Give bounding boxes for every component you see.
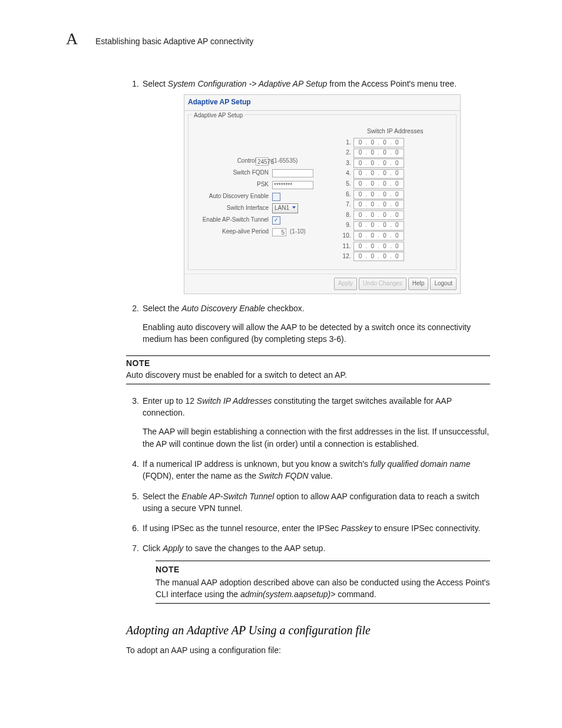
ip-row-number: 9. xyxy=(338,221,353,230)
step-5: 5.Select the Enable AP-Switch Tunnel opt… xyxy=(143,490,490,515)
label-switch-fqdn: Switch FQDN xyxy=(192,169,272,177)
select-switch-interface[interactable]: LAN1 xyxy=(272,203,298,213)
step-number: 1. xyxy=(126,78,143,90)
help-button[interactable]: Help xyxy=(408,278,429,290)
ip-row: 7.0.0.0.0 xyxy=(338,200,452,209)
ip-row: 6.0.0.0.0 xyxy=(338,190,452,199)
input-keep-alive[interactable]: 5 xyxy=(272,228,286,236)
ip-row: 11.0.0.0.0 xyxy=(338,242,452,251)
ip-row: 1.0.0.0.0 xyxy=(338,138,452,147)
label-auto-discovery: Auto Discovery Enable xyxy=(192,192,272,201)
ip-row-number: 8. xyxy=(338,211,353,220)
undo-button[interactable]: Undo Changes xyxy=(359,278,406,290)
ip-row: 3.0.0.0.0 xyxy=(338,159,452,168)
ip-row-number: 7. xyxy=(338,200,353,209)
ip-row-number: 3. xyxy=(338,159,353,168)
ip-row-number: 10. xyxy=(338,232,353,241)
ip-row-number: 2. xyxy=(338,149,353,157)
ip-input[interactable]: 0.0.0.0 xyxy=(353,190,404,199)
input-psk[interactable]: ******** xyxy=(272,181,313,189)
apply-button[interactable]: Apply xyxy=(334,278,357,290)
ip-row: 8.0.0.0.0 xyxy=(338,210,452,220)
ip-row: 9.0.0.0.0 xyxy=(338,221,452,230)
ip-row-number: 1. xyxy=(338,139,353,147)
ip-input[interactable]: 0.0.0.0 xyxy=(353,210,404,220)
ip-input[interactable]: 0.0.0.0 xyxy=(353,159,404,168)
note-cli: NOTE The manual AAP adoption described a… xyxy=(156,561,490,604)
step-2-para: Enabling auto discovery will allow the A… xyxy=(143,321,490,345)
checkbox-auto-discovery[interactable] xyxy=(272,193,280,201)
ip-row-number: 6. xyxy=(338,190,353,199)
label-keep-alive: Keep-alive Period xyxy=(192,228,272,236)
ip-input[interactable]: 0.0.0.0 xyxy=(353,200,404,209)
figure-adaptive-ap-setup: Adaptive AP Setup Adaptive AP Setup Cont… xyxy=(143,94,490,294)
step-3-para: The AAP will begin establishing a connec… xyxy=(143,426,490,450)
ip-row-number: 4. xyxy=(338,169,353,178)
appendix-letter: A xyxy=(66,29,84,48)
label-psk: PSK xyxy=(192,180,272,189)
fieldset-legend: Adaptive AP Setup xyxy=(192,111,244,120)
ip-input[interactable]: 0.0.0.0 xyxy=(353,252,404,261)
input-switch-fqdn[interactable] xyxy=(272,169,313,177)
sub-para: To adopt an AAP using a configuration fi… xyxy=(126,645,490,655)
hint-keep-alive: (1-10) xyxy=(290,228,306,236)
ip-input[interactable]: 0.0.0.0 xyxy=(353,242,404,251)
hint-control-port: (1-65535) xyxy=(272,157,297,166)
ip-row: 4.0.0.0.0 xyxy=(338,169,452,179)
ip-row-number: 5. xyxy=(338,180,353,189)
label-enable-tunnel: Enable AP-Switch Tunnel xyxy=(192,216,272,225)
step-6: 6.If using IPSec as the tunnel resource,… xyxy=(143,522,490,534)
subheading-adopting: Adopting an Adaptive AP Using a configur… xyxy=(126,624,490,637)
running-title: Establishing basic Adaptive AP connectiv… xyxy=(95,37,253,46)
ip-input[interactable]: 0.0.0.0 xyxy=(353,179,404,189)
ip-input[interactable]: 0.0.0.0 xyxy=(353,149,404,158)
ip-input[interactable]: 0.0.0.0 xyxy=(353,169,404,179)
input-control-port[interactable]: 24576 xyxy=(256,157,269,166)
ip-input[interactable]: 0.0.0.0 xyxy=(353,138,404,147)
step-2: 2.Select the Auto Discovery Enable check… xyxy=(143,302,490,345)
step-4: 4.If a numerical IP address is unknown, … xyxy=(143,458,490,482)
ip-input[interactable]: 0.0.0.0 xyxy=(353,231,404,241)
label-switch-interface: Switch Interface xyxy=(192,204,272,213)
logout-button[interactable]: Logout xyxy=(430,278,457,290)
ip-input[interactable]: 0.0.0.0 xyxy=(353,221,404,230)
step-7: 7.Click Apply to save the changes to the… xyxy=(143,542,490,603)
panel-title: Adaptive AP Setup xyxy=(184,95,460,110)
step-3: 3.Enter up to 12 Switch IP Addresses con… xyxy=(143,395,490,450)
step-1: 1.Select System Configuration -> Adaptiv… xyxy=(143,78,490,294)
ip-row-number: 11. xyxy=(338,242,353,251)
ip-title: Switch IP Addresses xyxy=(338,127,452,136)
ip-row: 2.0.0.0.0 xyxy=(338,149,452,158)
note-auto-discovery: NOTE Auto discovery must be enabled for … xyxy=(126,355,490,384)
ip-row: 12.0.0.0.0 xyxy=(338,252,452,261)
ip-row-number: 12. xyxy=(338,252,353,261)
checkbox-enable-tunnel[interactable]: ✓ xyxy=(272,216,280,225)
ip-row: 10.0.0.0.0 xyxy=(338,231,452,241)
ip-row: 5.0.0.0.0 xyxy=(338,179,452,189)
